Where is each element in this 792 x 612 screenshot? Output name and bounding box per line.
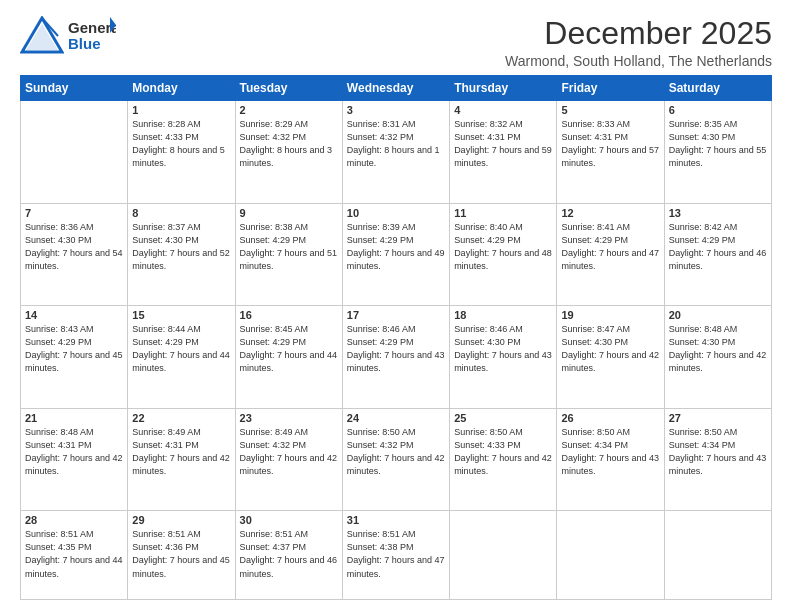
table-row: 31 Sunrise: 8:51 AM Sunset: 4:38 PM Dayl…	[342, 511, 449, 600]
daylight-text: Daylight: 7 hours and 45 minutes.	[25, 350, 123, 373]
daylight-text: Daylight: 7 hours and 42 minutes.	[132, 453, 230, 476]
table-row: 2 Sunrise: 8:29 AM Sunset: 4:32 PM Dayli…	[235, 101, 342, 204]
sunrise-text: Sunrise: 8:38 AM	[240, 222, 309, 232]
day-number: 15	[132, 309, 230, 321]
sunset-text: Sunset: 4:32 PM	[240, 440, 307, 450]
sunrise-text: Sunrise: 8:43 AM	[25, 324, 94, 334]
table-row: 6 Sunrise: 8:35 AM Sunset: 4:30 PM Dayli…	[664, 101, 771, 204]
table-row: 28 Sunrise: 8:51 AM Sunset: 4:35 PM Dayl…	[21, 511, 128, 600]
table-row	[664, 511, 771, 600]
table-row	[21, 101, 128, 204]
calendar-header-row: Sunday Monday Tuesday Wednesday Thursday…	[21, 76, 772, 101]
calendar-week-row: 7 Sunrise: 8:36 AM Sunset: 4:30 PM Dayli…	[21, 203, 772, 306]
day-info: Sunrise: 8:40 AM Sunset: 4:29 PM Dayligh…	[454, 221, 552, 273]
sunrise-text: Sunrise: 8:37 AM	[132, 222, 201, 232]
daylight-text: Daylight: 7 hours and 44 minutes.	[132, 350, 230, 373]
sunrise-text: Sunrise: 8:51 AM	[240, 529, 309, 539]
sunset-text: Sunset: 4:37 PM	[240, 542, 307, 552]
day-number: 25	[454, 412, 552, 424]
day-number: 7	[25, 207, 123, 219]
daylight-text: Daylight: 7 hours and 47 minutes.	[561, 248, 659, 271]
day-info: Sunrise: 8:31 AM Sunset: 4:32 PM Dayligh…	[347, 118, 445, 170]
day-number: 26	[561, 412, 659, 424]
day-number: 22	[132, 412, 230, 424]
day-info: Sunrise: 8:46 AM Sunset: 4:30 PM Dayligh…	[454, 323, 552, 375]
daylight-text: Daylight: 7 hours and 54 minutes.	[25, 248, 123, 271]
sunset-text: Sunset: 4:29 PM	[240, 235, 307, 245]
daylight-text: Daylight: 7 hours and 51 minutes.	[240, 248, 338, 271]
day-info: Sunrise: 8:37 AM Sunset: 4:30 PM Dayligh…	[132, 221, 230, 273]
day-info: Sunrise: 8:48 AM Sunset: 4:31 PM Dayligh…	[25, 426, 123, 478]
day-info: Sunrise: 8:50 AM Sunset: 4:34 PM Dayligh…	[561, 426, 659, 478]
daylight-text: Daylight: 7 hours and 57 minutes.	[561, 145, 659, 168]
table-row: 1 Sunrise: 8:28 AM Sunset: 4:33 PM Dayli…	[128, 101, 235, 204]
sunrise-text: Sunrise: 8:48 AM	[669, 324, 738, 334]
sunrise-text: Sunrise: 8:51 AM	[132, 529, 201, 539]
sunset-text: Sunset: 4:38 PM	[347, 542, 414, 552]
sunset-text: Sunset: 4:30 PM	[25, 235, 92, 245]
table-row: 15 Sunrise: 8:44 AM Sunset: 4:29 PM Dayl…	[128, 306, 235, 409]
svg-text:Blue: Blue	[68, 35, 101, 52]
day-info: Sunrise: 8:50 AM Sunset: 4:34 PM Dayligh…	[669, 426, 767, 478]
table-row: 21 Sunrise: 8:48 AM Sunset: 4:31 PM Dayl…	[21, 408, 128, 511]
day-info: Sunrise: 8:45 AM Sunset: 4:29 PM Dayligh…	[240, 323, 338, 375]
sunrise-text: Sunrise: 8:29 AM	[240, 119, 309, 129]
table-row: 20 Sunrise: 8:48 AM Sunset: 4:30 PM Dayl…	[664, 306, 771, 409]
day-number: 18	[454, 309, 552, 321]
sunrise-text: Sunrise: 8:41 AM	[561, 222, 630, 232]
sunset-text: Sunset: 4:30 PM	[669, 132, 736, 142]
table-row: 3 Sunrise: 8:31 AM Sunset: 4:32 PM Dayli…	[342, 101, 449, 204]
title-block: December 2025 Warmond, South Holland, Th…	[505, 16, 772, 69]
sunset-text: Sunset: 4:29 PM	[347, 235, 414, 245]
daylight-text: Daylight: 7 hours and 52 minutes.	[132, 248, 230, 271]
day-info: Sunrise: 8:44 AM Sunset: 4:29 PM Dayligh…	[132, 323, 230, 375]
daylight-text: Daylight: 8 hours and 1 minute.	[347, 145, 440, 168]
daylight-text: Daylight: 7 hours and 44 minutes.	[25, 555, 123, 578]
sunrise-text: Sunrise: 8:50 AM	[561, 427, 630, 437]
daylight-text: Daylight: 7 hours and 42 minutes.	[561, 350, 659, 373]
logo: General Blue	[20, 16, 116, 54]
day-info: Sunrise: 8:48 AM Sunset: 4:30 PM Dayligh…	[669, 323, 767, 375]
calendar-week-row: 21 Sunrise: 8:48 AM Sunset: 4:31 PM Dayl…	[21, 408, 772, 511]
sunset-text: Sunset: 4:29 PM	[669, 235, 736, 245]
day-number: 1	[132, 104, 230, 116]
day-number: 31	[347, 514, 445, 526]
daylight-text: Daylight: 8 hours and 5 minutes.	[132, 145, 225, 168]
sunrise-text: Sunrise: 8:39 AM	[347, 222, 416, 232]
sunset-text: Sunset: 4:36 PM	[132, 542, 199, 552]
day-info: Sunrise: 8:50 AM Sunset: 4:33 PM Dayligh…	[454, 426, 552, 478]
sunset-text: Sunset: 4:34 PM	[669, 440, 736, 450]
sunset-text: Sunset: 4:30 PM	[561, 337, 628, 347]
sunset-text: Sunset: 4:33 PM	[132, 132, 199, 142]
table-row	[450, 511, 557, 600]
table-row: 11 Sunrise: 8:40 AM Sunset: 4:29 PM Dayl…	[450, 203, 557, 306]
sunrise-text: Sunrise: 8:33 AM	[561, 119, 630, 129]
day-number: 13	[669, 207, 767, 219]
table-row: 22 Sunrise: 8:49 AM Sunset: 4:31 PM Dayl…	[128, 408, 235, 511]
day-number: 30	[240, 514, 338, 526]
sunset-text: Sunset: 4:29 PM	[240, 337, 307, 347]
table-row: 30 Sunrise: 8:51 AM Sunset: 4:37 PM Dayl…	[235, 511, 342, 600]
calendar-week-row: 28 Sunrise: 8:51 AM Sunset: 4:35 PM Dayl…	[21, 511, 772, 600]
day-number: 16	[240, 309, 338, 321]
day-info: Sunrise: 8:36 AM Sunset: 4:30 PM Dayligh…	[25, 221, 123, 273]
table-row: 18 Sunrise: 8:46 AM Sunset: 4:30 PM Dayl…	[450, 306, 557, 409]
sunrise-text: Sunrise: 8:44 AM	[132, 324, 201, 334]
col-saturday: Saturday	[664, 76, 771, 101]
daylight-text: Daylight: 7 hours and 49 minutes.	[347, 248, 445, 271]
sunset-text: Sunset: 4:30 PM	[132, 235, 199, 245]
day-number: 9	[240, 207, 338, 219]
sunrise-text: Sunrise: 8:50 AM	[669, 427, 738, 437]
day-info: Sunrise: 8:51 AM Sunset: 4:36 PM Dayligh…	[132, 528, 230, 580]
sunset-text: Sunset: 4:29 PM	[454, 235, 521, 245]
daylight-text: Daylight: 7 hours and 43 minutes.	[561, 453, 659, 476]
day-info: Sunrise: 8:35 AM Sunset: 4:30 PM Dayligh…	[669, 118, 767, 170]
sunset-text: Sunset: 4:30 PM	[669, 337, 736, 347]
calendar-week-row: 14 Sunrise: 8:43 AM Sunset: 4:29 PM Dayl…	[21, 306, 772, 409]
col-tuesday: Tuesday	[235, 76, 342, 101]
day-info: Sunrise: 8:50 AM Sunset: 4:32 PM Dayligh…	[347, 426, 445, 478]
day-info: Sunrise: 8:47 AM Sunset: 4:30 PM Dayligh…	[561, 323, 659, 375]
day-number: 20	[669, 309, 767, 321]
daylight-text: Daylight: 7 hours and 44 minutes.	[240, 350, 338, 373]
sunrise-text: Sunrise: 8:51 AM	[347, 529, 416, 539]
